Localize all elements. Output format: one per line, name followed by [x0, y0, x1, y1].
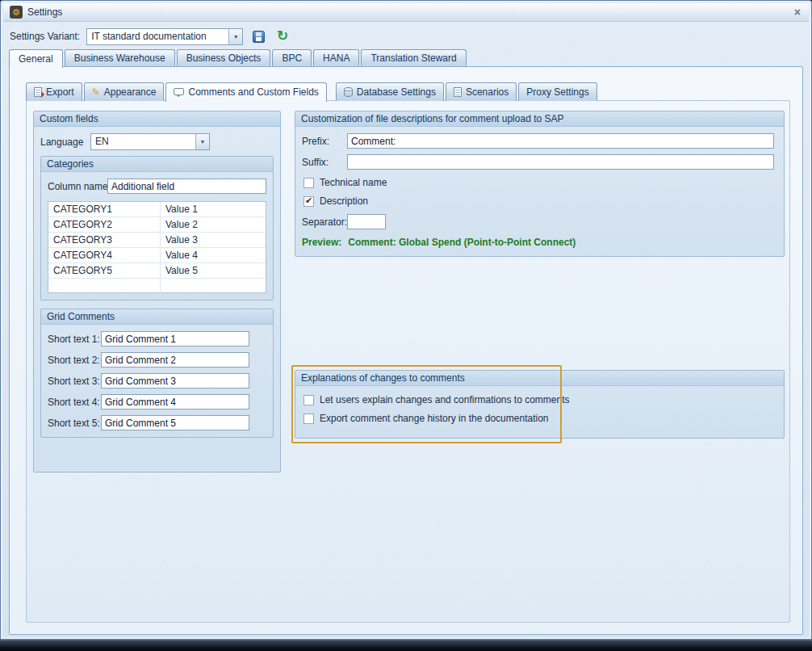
- tab-label: Business Warehouse: [74, 52, 165, 64]
- tab-label: HANA: [323, 52, 349, 64]
- toolbar: Settings Variant: IT standard documentat…: [3, 25, 809, 48]
- column-name-input[interactable]: [107, 178, 266, 194]
- group-title: Custom fields: [34, 111, 280, 127]
- subtab-label: Scenarios: [466, 86, 509, 98]
- preview-label: Preview:: [302, 237, 341, 248]
- value-cell: Value 5: [161, 263, 266, 278]
- tab-bpc[interactable]: BPC: [272, 49, 312, 67]
- subtab-export[interactable]: Export: [26, 82, 82, 101]
- tab-business-objects[interactable]: Business Objects: [177, 49, 271, 67]
- table-row[interactable]: CATEGORY3 Value 3: [48, 233, 266, 248]
- tab-hana[interactable]: HANA: [313, 49, 359, 67]
- tab-label: Translation Steward: [370, 52, 456, 64]
- subtab-label: Comments and Custom Fields: [188, 86, 318, 98]
- tab-strip-gap: [329, 82, 336, 101]
- appearance-icon: ✎: [92, 87, 100, 97]
- value-cell: Value 3: [161, 233, 266, 247]
- save-icon: [253, 31, 265, 43]
- comment-bubble-icon: [174, 88, 184, 95]
- short-text-2-label: Short text 2:: [48, 355, 101, 366]
- value-cell: Value 1: [161, 202, 266, 216]
- language-label: Language: [40, 136, 90, 148]
- subtab-proxy-settings[interactable]: Proxy Settings: [518, 82, 596, 101]
- technical-name-checkbox[interactable]: [303, 178, 314, 188]
- subtab-label: Appearance: [104, 86, 157, 98]
- explain-changes-checkbox[interactable]: [303, 395, 314, 405]
- value-cell: Value 2: [161, 217, 266, 232]
- desktop-strip: [0, 640, 812, 651]
- language-combobox[interactable]: EN ▼: [90, 133, 210, 150]
- category-cell: [48, 279, 161, 294]
- top-tab-strip: General Business Warehouse Business Obje…: [9, 49, 468, 67]
- settings-variant-label: Settings Variant:: [10, 31, 80, 42]
- subtab-label: Export: [46, 86, 74, 98]
- sub-tab-strip: Export ✎ Appearance Comments and Custom …: [26, 82, 599, 101]
- chevron-down-icon[interactable]: ▼: [228, 29, 242, 44]
- refresh-icon: ↻: [277, 30, 288, 43]
- settings-window: ⚙ Settings × Settings Variant: IT standa…: [0, 0, 812, 640]
- table-row-empty[interactable]: [48, 279, 266, 294]
- settings-gear-icon: ⚙: [10, 6, 23, 19]
- table-row[interactable]: CATEGORY4 Value 4: [48, 248, 266, 263]
- tab-label: Business Objects: [186, 52, 262, 64]
- short-text-1-input[interactable]: [101, 331, 249, 346]
- save-button[interactable]: [249, 27, 267, 45]
- close-icon[interactable]: ×: [793, 6, 802, 18]
- preview-value: Comment: Global Spend (Point-to-Point Co…: [348, 237, 576, 248]
- comments-custom-fields-panel: Custom fields Language EN ▼ Categories: [26, 100, 790, 623]
- subtab-label: Database Settings: [357, 86, 436, 98]
- export-history-checkbox[interactable]: [303, 414, 314, 424]
- separator-input[interactable]: [347, 214, 386, 229]
- prefix-label: Prefix:: [302, 136, 347, 147]
- subtab-scenarios[interactable]: Scenarios: [446, 82, 517, 101]
- subtab-comments-and-custom-fields[interactable]: Comments and Custom Fields: [165, 82, 326, 102]
- group-title: Grid Comments: [41, 309, 273, 325]
- group-title: Categories: [41, 157, 273, 172]
- group-title: Customization of file descriptions for c…: [295, 111, 784, 127]
- short-text-5-label: Short text 5:: [48, 418, 101, 429]
- table-row[interactable]: CATEGORY1 Value 1: [48, 202, 266, 217]
- value-cell: [161, 279, 266, 294]
- subtab-appearance[interactable]: ✎ Appearance: [84, 82, 165, 101]
- tab-business-warehouse[interactable]: Business Warehouse: [65, 49, 175, 67]
- short-text-5-input[interactable]: [101, 415, 249, 430]
- export-history-label: Export comment change history in the doc…: [320, 413, 549, 424]
- tab-label: BPC: [282, 52, 302, 64]
- short-text-4-label: Short text 4:: [48, 397, 101, 408]
- description-label: Description: [320, 195, 368, 207]
- tab-general[interactable]: General: [9, 49, 63, 68]
- group-title: Explanations of changes to comments: [295, 371, 784, 386]
- technical-name-label: Technical name: [320, 177, 387, 188]
- category-cell: CATEGORY2: [48, 217, 161, 232]
- chevron-down-icon[interactable]: ▼: [195, 134, 209, 149]
- explain-changes-label: Let users explain changes and confirmati…: [320, 394, 570, 405]
- category-cell: CATEGORY3: [48, 233, 161, 247]
- refresh-button[interactable]: ↻: [274, 27, 291, 45]
- suffix-label: Suffix:: [302, 157, 347, 168]
- sap-customization-group: Customization of file descriptions for c…: [295, 111, 785, 257]
- prefix-input[interactable]: [347, 133, 774, 149]
- grid-comments-group: Grid Comments Short text 1: Short text 2…: [40, 309, 274, 438]
- categories-table[interactable]: CATEGORY1 Value 1 CATEGORY2 Value 2 CATE…: [48, 201, 266, 293]
- explanations-group: Explanations of changes to comments Let …: [295, 370, 785, 439]
- settings-variant-combobox[interactable]: IT standard documentation ▼: [86, 28, 243, 45]
- table-row[interactable]: CATEGORY2 Value 2: [48, 217, 266, 233]
- value-cell: Value 4: [161, 248, 266, 262]
- suffix-input[interactable]: [347, 154, 774, 170]
- short-text-1-label: Short text 1:: [48, 334, 101, 345]
- category-cell: CATEGORY1: [48, 202, 161, 216]
- tab-translation-steward[interactable]: Translation Steward: [361, 49, 466, 67]
- categories-group: Categories Column name: CATEGORY1 Value …: [40, 156, 274, 300]
- language-value: EN: [91, 134, 195, 149]
- description-checkbox[interactable]: [303, 196, 314, 207]
- short-text-4-input[interactable]: [101, 394, 249, 410]
- short-text-3-input[interactable]: [101, 373, 249, 388]
- window-title: Settings: [27, 6, 62, 18]
- subtab-database-settings[interactable]: Database Settings: [336, 82, 444, 101]
- export-icon: [34, 87, 42, 97]
- custom-fields-group: Custom fields Language EN ▼ Categories: [33, 111, 281, 472]
- database-icon: [344, 87, 353, 97]
- table-row[interactable]: CATEGORY5 Value 5: [48, 263, 266, 279]
- titlebar[interactable]: ⚙ Settings ×: [3, 3, 809, 22]
- short-text-2-input[interactable]: [101, 352, 249, 368]
